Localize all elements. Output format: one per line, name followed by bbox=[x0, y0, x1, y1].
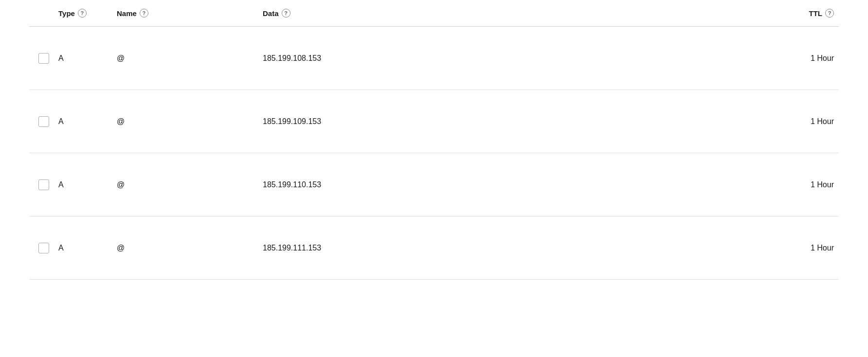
row-3-checkbox[interactable] bbox=[38, 179, 49, 190]
header-type: Type ? bbox=[58, 9, 117, 18]
table-row: A @ 185.199.108.153 1 Hour bbox=[29, 27, 839, 90]
row-1-data: 185.199.108.153 bbox=[263, 54, 732, 63]
header-data-label: Data bbox=[263, 9, 279, 18]
row-1-ttl: 1 Hour bbox=[732, 54, 839, 63]
row-4-name: @ bbox=[117, 244, 263, 252]
row-2-checkbox-cell[interactable] bbox=[29, 116, 58, 127]
header-select bbox=[29, 9, 58, 18]
table-row: A @ 185.199.110.153 1 Hour bbox=[29, 153, 839, 216]
row-2-name: @ bbox=[117, 117, 263, 126]
row-2-checkbox[interactable] bbox=[38, 116, 49, 127]
row-3-type: A bbox=[58, 180, 117, 189]
row-4-checkbox[interactable] bbox=[38, 243, 49, 253]
row-1-checkbox-cell[interactable] bbox=[29, 53, 58, 64]
row-2-ttl: 1 Hour bbox=[732, 117, 839, 126]
name-help-icon[interactable]: ? bbox=[140, 9, 148, 18]
row-1-type: A bbox=[58, 54, 117, 63]
dns-records-table: Type ? Name ? Data ? TTL ? A @ 185.199.1… bbox=[0, 0, 868, 357]
header-name: Name ? bbox=[117, 9, 263, 18]
table-row: A @ 185.199.109.153 1 Hour bbox=[29, 90, 839, 153]
header-ttl: TTL ? bbox=[732, 9, 839, 18]
header-data: Data ? bbox=[263, 9, 732, 18]
row-3-ttl: 1 Hour bbox=[732, 180, 839, 189]
data-help-icon[interactable]: ? bbox=[282, 9, 290, 18]
row-2-type: A bbox=[58, 117, 117, 126]
row-4-type: A bbox=[58, 244, 117, 252]
table-row: A @ 185.199.111.153 1 Hour bbox=[29, 216, 839, 280]
row-3-checkbox-cell[interactable] bbox=[29, 179, 58, 190]
ttl-help-icon[interactable]: ? bbox=[825, 9, 834, 18]
header-name-label: Name bbox=[117, 9, 137, 18]
table-header: Type ? Name ? Data ? TTL ? bbox=[29, 0, 839, 27]
row-4-data: 185.199.111.153 bbox=[263, 244, 732, 252]
row-4-checkbox-cell[interactable] bbox=[29, 243, 58, 253]
row-1-checkbox[interactable] bbox=[38, 53, 49, 64]
header-type-label: Type bbox=[58, 9, 75, 18]
row-4-ttl: 1 Hour bbox=[732, 244, 839, 252]
row-3-data: 185.199.110.153 bbox=[263, 180, 732, 189]
row-1-name: @ bbox=[117, 54, 263, 63]
row-3-name: @ bbox=[117, 180, 263, 189]
header-ttl-label: TTL bbox=[809, 9, 823, 18]
row-2-data: 185.199.109.153 bbox=[263, 117, 732, 126]
type-help-icon[interactable]: ? bbox=[78, 9, 87, 18]
